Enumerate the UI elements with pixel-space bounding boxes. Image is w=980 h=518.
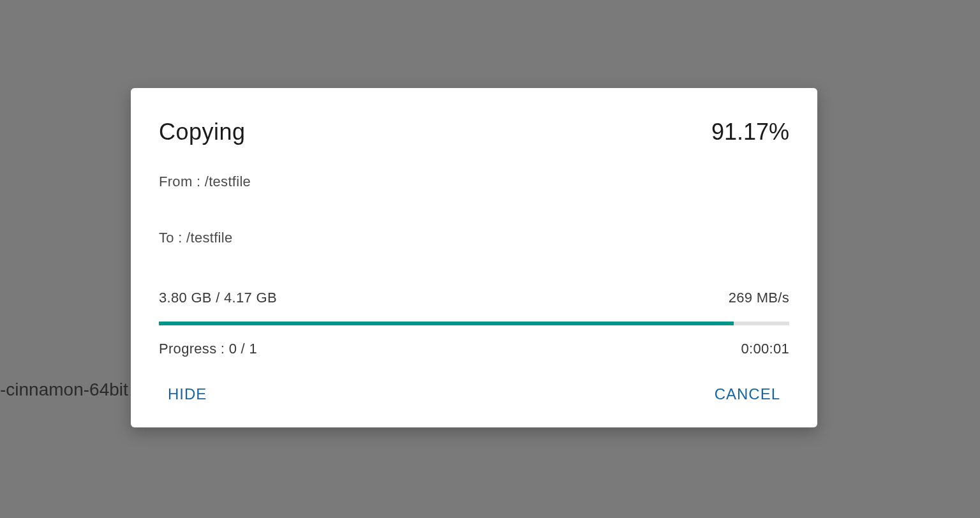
dialog-title: Copying (159, 119, 246, 145)
progress-percent: 91.17% (711, 119, 789, 145)
hide-button[interactable]: HIDE (165, 381, 209, 407)
dialog-header: Copying 91.17% (159, 119, 789, 145)
progress-count-row: Progress : 0 / 1 0:00:01 (159, 341, 789, 357)
dialog-button-row: HIDE CANCEL (159, 381, 789, 407)
progress-count: Progress : 0 / 1 (159, 341, 257, 357)
copying-dialog: Copying 91.17% From : /testfile To : /te… (131, 88, 817, 427)
size-speed-row: 3.80 GB / 4.17 GB 269 MB/s (159, 290, 789, 306)
time-remaining: 0:00:01 (741, 341, 789, 357)
size-transferred: 3.80 GB / 4.17 GB (159, 290, 277, 306)
to-path: To : /testfile (159, 230, 789, 246)
progress-bar (159, 322, 789, 325)
transfer-speed: 269 MB/s (729, 290, 789, 306)
from-path: From : /testfile (159, 174, 789, 190)
progress-bar-fill (159, 322, 734, 325)
cancel-button[interactable]: CANCEL (712, 381, 783, 407)
background-file-label: -cinnamon-64bit (0, 380, 128, 400)
